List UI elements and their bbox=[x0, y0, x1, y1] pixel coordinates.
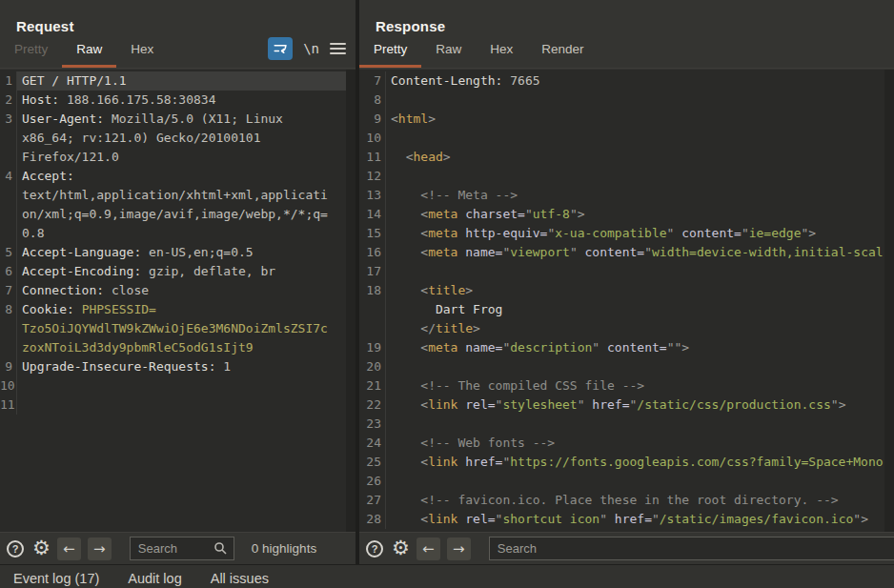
code-line: 11 <head> bbox=[359, 148, 894, 167]
request-header: Request Pretty Raw Hex \n bbox=[0, 0, 356, 69]
code-line: text/html,application/xhtml+xml,applicat… bbox=[0, 186, 356, 205]
code-line: 20 bbox=[359, 357, 894, 376]
code-line: 8Cookie: PHPSESSID= bbox=[0, 300, 356, 319]
newline-icon[interactable]: \n bbox=[303, 41, 319, 56]
code-line: zoxNToiL3d3dy9pbmRleC5odG1sIjt9 bbox=[0, 338, 356, 357]
code-line: x86_64; rv:121.0) Gecko/20100101 bbox=[0, 129, 356, 148]
code-line: 22 <link rel="stylesheet" href="/static/… bbox=[359, 395, 894, 415]
code-line: 4Accept: bbox=[0, 167, 356, 186]
response-title: Response bbox=[376, 18, 445, 34]
code-line: 21 <!-- The compiled CSS file --> bbox=[359, 376, 894, 395]
response-search-input[interactable] bbox=[489, 537, 894, 560]
code-line: 12 bbox=[359, 167, 894, 186]
response-code: 7Content-Length: 766589<html>1011 <head>… bbox=[359, 71, 894, 529]
request-panel: Request Pretty Raw Hex \n 1GET / HTTP/1.… bbox=[0, 0, 356, 564]
tab-raw[interactable]: Raw bbox=[421, 36, 476, 68]
code-line: 27 <!-- favicon.ico. Place these in the … bbox=[359, 491, 894, 510]
code-line: 0.8 bbox=[0, 224, 356, 243]
code-line: Firefox/121.0 bbox=[0, 148, 356, 167]
tab-raw[interactable]: Raw bbox=[62, 36, 116, 68]
response-editor[interactable]: 7Content-Length: 766589<html>1011 <head>… bbox=[359, 70, 894, 532]
tab-pretty[interactable]: Pretty bbox=[0, 36, 62, 68]
help-icon[interactable]: ? bbox=[366, 540, 383, 558]
code-line: 10 bbox=[0, 376, 356, 395]
code-line: 13 <!-- Meta --> bbox=[359, 186, 894, 205]
code-line: 14 <meta charset="utf-8"> bbox=[359, 205, 894, 224]
code-line: 9Upgrade-Insecure-Requests: 1 bbox=[0, 357, 356, 376]
code-line: 15 <meta http-equiv="x-ua-compatible" co… bbox=[359, 224, 894, 243]
tab-hex[interactable]: Hex bbox=[476, 36, 527, 68]
gear-icon[interactable]: ⚙ bbox=[392, 538, 410, 558]
request-code: 1GET / HTTP/1.12Host: 188.166.175.58:308… bbox=[0, 71, 356, 415]
request-scrollbar[interactable] bbox=[346, 70, 356, 532]
code-line: 19 <meta name="description" content=""> bbox=[359, 338, 894, 357]
code-line: on/xml;q=0.9,image/avif,image/webp,*/*;q… bbox=[0, 205, 356, 224]
tab-event-log[interactable]: Event log (17) bbox=[13, 571, 99, 588]
code-line: 11 bbox=[0, 395, 356, 415]
tab-pretty[interactable]: Pretty bbox=[359, 36, 421, 68]
next-match-button[interactable]: → bbox=[88, 537, 112, 560]
tab-all-issues[interactable]: All issues bbox=[211, 571, 269, 588]
tab-render[interactable]: Render bbox=[527, 36, 598, 68]
code-line: </title> bbox=[359, 319, 894, 338]
code-line: 28 <link rel="shortcut icon" href="/stat… bbox=[359, 510, 894, 529]
response-header: Response Pretty Raw Hex Render bbox=[359, 0, 894, 69]
tab-hex[interactable]: Hex bbox=[116, 36, 168, 68]
request-search-bar: ? ⚙ ← → 0 highlights bbox=[0, 532, 356, 564]
response-search-bar: ? ⚙ ← → bbox=[359, 532, 894, 564]
code-line: 23 bbox=[359, 415, 894, 434]
code-line: 24 <!-- Web fonts --> bbox=[359, 434, 894, 453]
wrap-lines-icon[interactable] bbox=[268, 37, 293, 60]
code-line: 5Accept-Language: en-US,en;q=0.5 bbox=[0, 243, 356, 262]
request-editor[interactable]: 1GET / HTTP/1.12Host: 188.166.175.58:308… bbox=[0, 70, 356, 532]
tab-audit-log[interactable]: Audit log bbox=[128, 571, 181, 588]
menu-icon[interactable] bbox=[330, 43, 346, 54]
response-scrollbar[interactable] bbox=[884, 70, 894, 532]
code-line: 1GET / HTTP/1.1 bbox=[0, 71, 356, 91]
code-line: Tzo5OiJQYWdlTW9kZWwiOjE6e3M6NDoiZmlsZSI7… bbox=[0, 319, 356, 338]
code-line: 6Accept-Encoding: gzip, deflate, br bbox=[0, 262, 356, 281]
search-icon bbox=[213, 541, 228, 559]
request-tabs: Pretty Raw Hex bbox=[0, 36, 168, 68]
code-line: 7Connection: close bbox=[0, 281, 356, 300]
response-panel: Response Pretty Raw Hex Render 7Content-… bbox=[359, 0, 894, 564]
request-title: Request bbox=[16, 18, 74, 34]
code-line: 8 bbox=[359, 91, 894, 110]
code-line: 25 <link href="https://fonts.googleapis.… bbox=[359, 453, 894, 472]
code-line: 2Host: 188.166.175.58:30834 bbox=[0, 91, 356, 110]
help-icon[interactable]: ? bbox=[7, 540, 24, 558]
code-line: Dart Frog bbox=[359, 300, 894, 319]
code-line: 17 bbox=[359, 262, 894, 281]
prev-match-button[interactable]: ← bbox=[417, 537, 440, 560]
response-tabs: Pretty Raw Hex Render bbox=[359, 36, 599, 68]
highlights-count: 0 highlights bbox=[252, 541, 316, 556]
next-match-button[interactable]: → bbox=[447, 537, 471, 560]
bottom-tab-bar: Event log (17) Audit log All issues bbox=[0, 564, 894, 588]
code-line: 26 bbox=[359, 472, 894, 491]
code-line: 16 <meta name="viewport" content="width=… bbox=[359, 243, 894, 262]
code-line: 7Content-Length: 7665 bbox=[359, 71, 894, 91]
code-line: 18 <title> bbox=[359, 281, 894, 300]
prev-match-button[interactable]: ← bbox=[57, 537, 81, 560]
code-line: 10 bbox=[359, 129, 894, 148]
gear-icon[interactable]: ⚙ bbox=[32, 538, 51, 558]
code-line: 3User-Agent: Mozilla/5.0 (X11; Linux bbox=[0, 110, 356, 129]
code-line: 9<html> bbox=[359, 110, 894, 129]
